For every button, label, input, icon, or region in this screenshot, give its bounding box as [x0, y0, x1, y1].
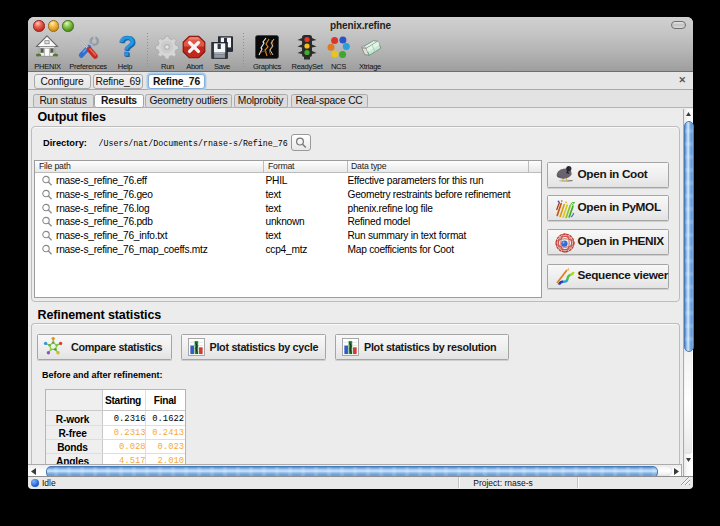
svg-text:?: ?: [118, 33, 136, 61]
